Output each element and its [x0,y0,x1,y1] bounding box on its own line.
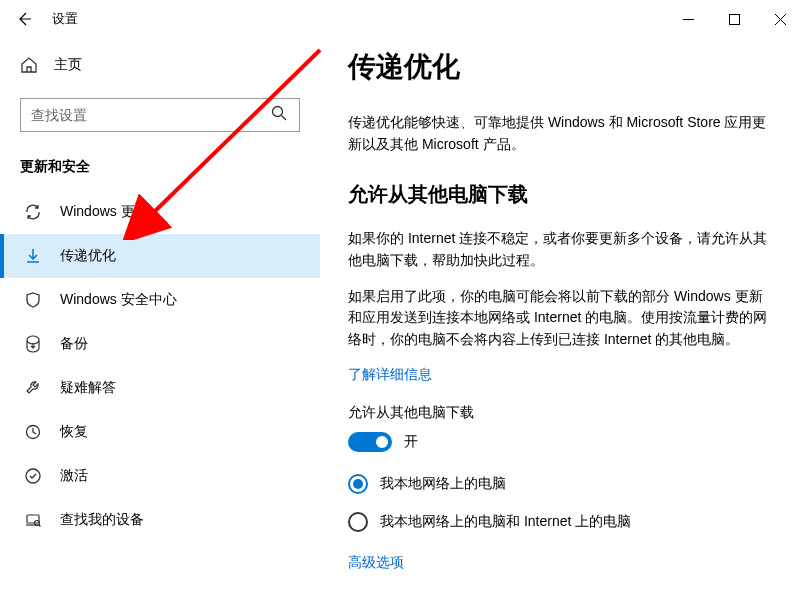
sidebar-item-troubleshoot[interactable]: 疑难解答 [0,366,320,410]
titlebar-left: 设置 [14,9,78,29]
delivery-icon [24,247,42,265]
advanced-options-link[interactable]: 高级选项 [348,554,771,572]
sidebar-item-label: Windows 更新 [60,203,149,221]
radio-label: 我本地网络上的电脑和 Internet 上的电脑 [380,513,631,531]
content-area: 传递优化 传递优化能够快速、可靠地提供 Windows 和 Microsoft … [320,38,803,609]
search-input[interactable] [31,107,271,123]
main-container: 主页 更新和安全 Windows 更新 传递优化 Windows 安 [0,38,803,609]
svg-point-3 [26,469,40,483]
radio-button-selected [348,474,368,494]
paragraph-2: 如果启用了此项，你的电脑可能会将以前下载的部分 Windows 更新和应用发送到… [348,286,771,351]
sidebar-item-label: Windows 安全中心 [60,291,177,309]
sidebar-item-activation[interactable]: 激活 [0,454,320,498]
toggle-label: 允许从其他电脑下载 [348,404,771,422]
page-title: 传递优化 [348,48,771,86]
sidebar-item-label: 查找我的设备 [60,511,144,529]
sidebar-item-label: 恢复 [60,423,88,441]
learn-more-link[interactable]: 了解详细信息 [348,366,432,382]
sidebar-item-recovery[interactable]: 恢复 [0,410,320,454]
sidebar-item-windows-update[interactable]: Windows 更新 [0,190,320,234]
close-button[interactable] [757,3,803,35]
toggle-state: 开 [404,433,418,451]
window-title: 设置 [52,10,78,28]
minimize-button[interactable] [665,3,711,35]
sidebar-item-label: 备份 [60,335,88,353]
radio-local-and-internet[interactable]: 我本地网络上的电脑和 Internet 上的电脑 [348,512,771,532]
toggle-knob [376,436,388,448]
sidebar-item-label: 激活 [60,467,88,485]
intro-text: 传递优化能够快速、可靠地提供 Windows 和 Microsoft Store… [348,112,771,155]
close-icon [775,14,786,25]
find-icon [24,511,42,529]
wrench-icon [24,379,42,397]
activate-icon [24,467,42,485]
home-icon [20,56,38,74]
minimize-icon [683,14,694,25]
radio-dot [353,479,363,489]
home-button[interactable]: 主页 [0,46,320,84]
backup-icon [24,335,42,353]
svg-rect-0 [729,14,739,24]
home-label: 主页 [54,56,82,74]
titlebar: 设置 [0,0,803,38]
search-icon [271,105,289,125]
back-button[interactable] [14,9,34,29]
sidebar-item-label: 疑难解答 [60,379,116,397]
search-box[interactable] [20,98,300,132]
radio-button [348,512,368,532]
sidebar: 主页 更新和安全 Windows 更新 传递优化 Windows 安 [0,38,320,609]
sidebar-item-backup[interactable]: 备份 [0,322,320,366]
allow-download-toggle[interactable] [348,432,392,452]
sidebar-item-label: 传递优化 [60,247,116,265]
recover-icon [24,423,42,441]
toggle-row: 开 [348,432,771,452]
section-heading: 允许从其他电脑下载 [348,181,771,208]
window-controls [665,3,803,35]
maximize-icon [729,14,740,25]
svg-rect-4 [27,515,39,523]
shield-icon [24,291,42,309]
sidebar-item-find-my-device[interactable]: 查找我的设备 [0,498,320,542]
sidebar-item-delivery-optimization[interactable]: 传递优化 [0,234,320,278]
maximize-button[interactable] [711,3,757,35]
back-arrow-icon [16,11,32,27]
sidebar-item-windows-security[interactable]: Windows 安全中心 [0,278,320,322]
paragraph-1: 如果你的 Internet 连接不稳定，或者你要更新多个设备，请允许从其他电脑下… [348,228,771,271]
radio-local-network[interactable]: 我本地网络上的电脑 [348,474,771,494]
radio-label: 我本地网络上的电脑 [380,475,506,493]
category-label: 更新和安全 [0,150,320,190]
svg-point-1 [273,107,283,117]
sync-icon [24,203,42,221]
